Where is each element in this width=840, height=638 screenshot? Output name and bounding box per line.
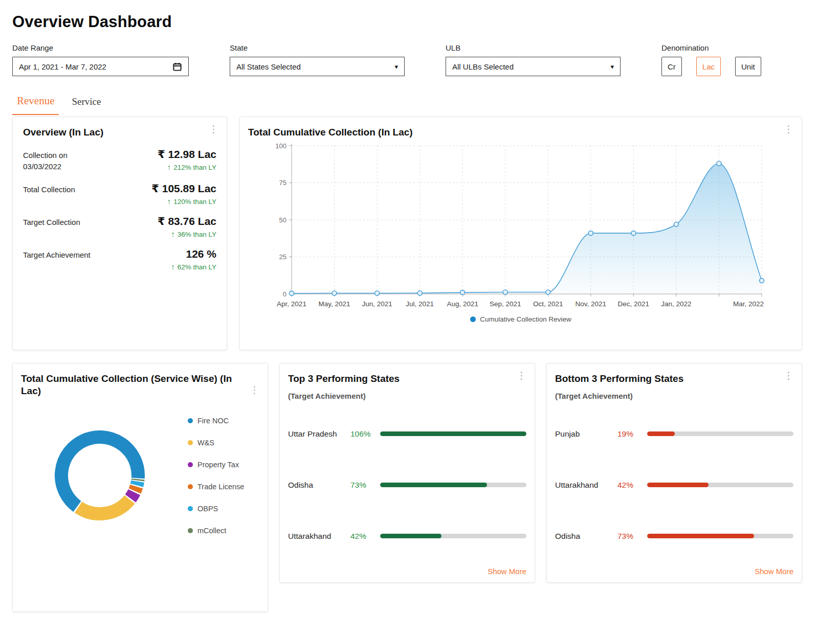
metric-value: 126 % xyxy=(171,248,216,260)
page-title: Overview Dashboard xyxy=(12,13,802,31)
up-arrow-icon: ↑ xyxy=(167,197,171,206)
ulb-filter: ULB All ULBs Selected ▾ xyxy=(446,43,621,76)
svg-text:Mar, 2022: Mar, 2022 xyxy=(733,300,764,308)
kebab-menu-icon[interactable]: ⋮ xyxy=(784,124,793,134)
metric-value-block: ₹ 83.76 Lac ↑36% than LY xyxy=(158,215,216,238)
svg-text:75: 75 xyxy=(279,179,286,187)
legend-item: mCollect xyxy=(188,527,244,535)
metric-value: ₹ 12.98 Lac xyxy=(158,148,216,161)
kebab-menu-icon[interactable]: ⋮ xyxy=(517,371,526,380)
state-row: Odisha 73% xyxy=(555,532,793,541)
date-range-filter: Date Range xyxy=(12,43,189,76)
progress-bar-fill xyxy=(380,483,487,487)
metric-label: Target Achievement xyxy=(23,248,91,271)
state-percent: 19% xyxy=(617,429,647,439)
state-name: Odisha xyxy=(288,481,350,490)
bottom-states-card: Bottom 3 Performing States ⋮ (Target Ach… xyxy=(546,363,802,583)
legend-item: OBPS xyxy=(188,505,244,513)
progress-bar-fill xyxy=(380,534,441,538)
date-range-label: Date Range xyxy=(12,43,189,52)
legend-dot-icon xyxy=(188,484,193,489)
donut-chart-title: Total Cumulative Collection (Service Wis… xyxy=(21,373,241,397)
svg-text:May, 2021: May, 2021 xyxy=(319,300,350,308)
tab-service[interactable]: Service xyxy=(67,89,105,115)
legend-label: Property Tax xyxy=(197,461,239,469)
metric-value: ₹ 83.76 Lac xyxy=(158,215,216,227)
metric-change: ↑212% than LY xyxy=(158,163,216,171)
progress-bar-fill xyxy=(380,431,526,436)
denomination-lac-button[interactable]: Lac xyxy=(696,57,721,76)
bottom-cards-row: Total Cumulative Collection (Service Wis… xyxy=(12,363,802,612)
state-row: Uttarakhand 42% xyxy=(288,532,526,541)
kebab-menu-icon[interactable]: ⋮ xyxy=(784,371,793,380)
date-range-input[interactable] xyxy=(19,62,157,71)
overview-card-title: Overview (In Lac) xyxy=(23,126,216,139)
state-name: Uttarakhand xyxy=(555,481,617,490)
show-more-link[interactable]: Show More xyxy=(488,567,526,576)
metric-change: ↑120% than LY xyxy=(151,197,216,206)
top-states-title: Top 3 Performing States xyxy=(288,373,526,385)
state-percent: 42% xyxy=(350,532,380,541)
legend-dot-icon xyxy=(188,528,193,533)
progress-bar-fill xyxy=(647,483,709,487)
legend-item: Fire NOC xyxy=(188,417,244,425)
svg-text:0: 0 xyxy=(283,290,286,298)
denomination-label: Denomination xyxy=(661,43,761,52)
svg-text:Nov, 2021: Nov, 2021 xyxy=(576,300,607,308)
legend-label: Fire NOC xyxy=(197,417,229,425)
metric-label: Collection on 03/03/2022 xyxy=(23,148,68,173)
state-select-value: All States Selected xyxy=(236,62,301,71)
progress-bar-track xyxy=(647,431,793,436)
metric-value: ₹ 105.89 Lac xyxy=(151,183,216,195)
line-chart-title: Total Cumulative Collection (In Lac) xyxy=(248,126,793,139)
service-wise-donut-chart xyxy=(55,430,145,520)
metric-total-collection: Total Collection ₹ 105.89 Lac ↑120% than… xyxy=(23,183,216,206)
legend-dot-icon xyxy=(188,418,193,423)
state-filter: State All States Selected ▾ xyxy=(230,43,405,76)
donut-chart-area: Fire NOC W&S Property Tax Trade License xyxy=(21,417,259,535)
metric-change: ↑36% than LY xyxy=(158,230,216,238)
legend-item: Property Tax xyxy=(188,461,244,469)
cumulative-collection-line-chart: 0255075100Apr, 2021May, 2021Jun, 2021Jul… xyxy=(248,142,793,311)
metric-label: Total Collection xyxy=(23,183,75,206)
legend-dot-icon xyxy=(188,462,193,467)
bottom-states-subtitle: (Target Achievement) xyxy=(555,392,793,400)
svg-text:Jul, 2021: Jul, 2021 xyxy=(406,300,434,308)
progress-bar-track xyxy=(380,483,526,487)
svg-text:Apr, 2021: Apr, 2021 xyxy=(277,300,306,308)
svg-text:Sep, 2021: Sep, 2021 xyxy=(490,300,521,308)
donut-legend: Fire NOC W&S Property Tax Trade License xyxy=(188,417,244,535)
denomination-cr-button[interactable]: Cr xyxy=(661,57,682,76)
progress-bar-track xyxy=(647,483,793,487)
metric-label: Target Collection xyxy=(23,215,80,238)
legend-item: Trade License xyxy=(188,483,244,491)
state-name: Uttarakhand xyxy=(288,532,350,541)
legend-dot-icon xyxy=(470,316,476,322)
state-percent: 106% xyxy=(350,429,380,439)
legend-label: Trade License xyxy=(197,483,244,491)
metric-target-achievement: Target Achievement 126 % ↑62% than LY xyxy=(23,248,216,271)
denomination-unit-button[interactable]: Unit xyxy=(735,57,761,76)
top-cards-row: Overview (In Lac) ⋮ Collection on 03/03/… xyxy=(12,117,802,350)
calendar-icon[interactable] xyxy=(172,62,182,72)
state-percent: 73% xyxy=(350,481,380,490)
kebab-menu-icon[interactable]: ⋮ xyxy=(209,124,218,134)
kebab-menu-icon[interactable]: ⋮ xyxy=(250,385,259,395)
state-select[interactable]: All States Selected ▾ xyxy=(230,57,405,76)
top-states-card: Top 3 Performing States ⋮ (Target Achiev… xyxy=(279,363,535,583)
state-name: Punjab xyxy=(555,429,617,439)
bottom-states-title: Bottom 3 Performing States xyxy=(555,373,793,385)
show-more-link[interactable]: Show More xyxy=(755,567,793,576)
svg-text:25: 25 xyxy=(279,253,286,261)
ulb-select[interactable]: All ULBs Selected ▾ xyxy=(446,57,621,76)
progress-bar-track xyxy=(380,431,526,436)
tab-revenue[interactable]: Revenue xyxy=(12,89,59,115)
svg-text:Dec, 2021: Dec, 2021 xyxy=(618,300,650,308)
metric-value-block: ₹ 12.98 Lac ↑212% than LY xyxy=(158,148,216,173)
state-row: Uttar Pradesh 106% xyxy=(288,429,526,439)
line-chart-legend: Cumulative Collection Review xyxy=(248,315,793,323)
filters-row: Date Range State All States Selected ▾ xyxy=(12,43,802,76)
svg-text:100: 100 xyxy=(275,142,286,149)
legend-label: Cumulative Collection Review xyxy=(480,315,571,323)
date-range-control[interactable] xyxy=(12,57,189,76)
